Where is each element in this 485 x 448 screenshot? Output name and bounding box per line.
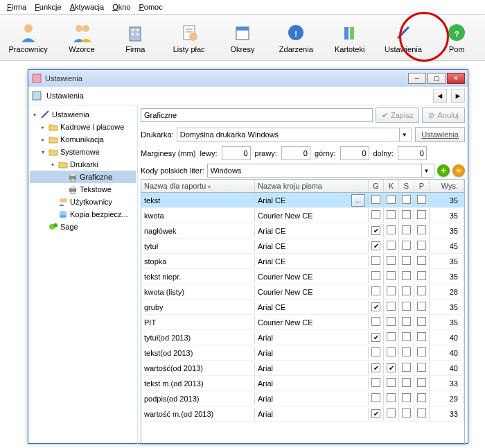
- col-name[interactable]: Nazwa dla raportu: [141, 180, 255, 192]
- tree-node-6[interactable]: Tekstowe: [30, 183, 136, 196]
- col-k[interactable]: K: [384, 180, 399, 192]
- margin-top-input[interactable]: [340, 146, 369, 160]
- checkbox[interactable]: [387, 286, 396, 295]
- font-picker-button[interactable]: ...: [351, 194, 365, 207]
- checkbox[interactable]: [387, 225, 396, 234]
- toolbar-listy-plac[interactable]: Listy płac: [162, 17, 215, 58]
- menu-funkcje[interactable]: Funkcje: [30, 1, 66, 12]
- add-row-button[interactable]: +: [437, 164, 450, 177]
- remove-row-button[interactable]: −: [452, 164, 465, 177]
- checkbox[interactable]: [417, 378, 426, 387]
- checkbox[interactable]: [417, 210, 426, 219]
- table-row[interactable]: tekst m.(od 2013)Arial33: [141, 376, 464, 391]
- checkbox[interactable]: [417, 302, 426, 311]
- checkbox[interactable]: [417, 241, 426, 250]
- checkbox[interactable]: [387, 393, 396, 402]
- checkbox[interactable]: [417, 347, 426, 356]
- tree-node-7[interactable]: Użytkownicy: [30, 196, 136, 208]
- toolbar-kartoteki[interactable]: Kartoteki: [323, 17, 376, 58]
- col-font[interactable]: Nazwa kroju pisma: [255, 180, 369, 192]
- checkbox[interactable]: [371, 256, 380, 265]
- checkbox[interactable]: [417, 271, 426, 280]
- tree-node-4[interactable]: ▾Drukarki: [30, 158, 136, 171]
- table-row[interactable]: PITCourier New CE35: [141, 315, 464, 330]
- breadcrumb-field[interactable]: [141, 108, 373, 122]
- printer-combo[interactable]: Domyślna drukarka Windows ▼: [177, 128, 413, 141]
- checkbox[interactable]: [387, 195, 396, 204]
- menu-aktywacja[interactable]: Aktywacja: [66, 1, 109, 12]
- menu-firma[interactable]: Firma: [3, 1, 30, 12]
- col-s[interactable]: S: [399, 180, 414, 192]
- table-row[interactable]: nagłówekArial CE35: [141, 223, 464, 239]
- checkbox[interactable]: [417, 408, 426, 417]
- toolbar-zdarzenia[interactable]: ! Zdarzenia: [270, 17, 323, 58]
- toolbar-pomoc[interactable]: ? Pom: [430, 17, 484, 58]
- toolbar-wzorce[interactable]: Wzorce: [55, 17, 108, 58]
- checkbox[interactable]: [417, 256, 426, 265]
- checkbox[interactable]: [387, 378, 396, 387]
- checkbox[interactable]: [387, 347, 396, 356]
- checkbox[interactable]: [402, 286, 411, 295]
- table-row[interactable]: stopkaArial CE35: [141, 254, 464, 269]
- save-button[interactable]: ✔Zapisz: [376, 107, 419, 123]
- checkbox[interactable]: [371, 286, 380, 295]
- checkbox[interactable]: [417, 332, 426, 341]
- tree-node-9[interactable]: Sage: [30, 221, 136, 233]
- checkbox[interactable]: [402, 393, 411, 402]
- table-row[interactable]: tytułArial CE45: [141, 239, 464, 254]
- checkbox[interactable]: [387, 271, 396, 280]
- checkbox[interactable]: [417, 393, 426, 402]
- checkbox[interactable]: [417, 195, 426, 204]
- checkbox[interactable]: [402, 271, 411, 280]
- table-row[interactable]: kwotaCourier New CE35: [141, 208, 464, 223]
- checkbox[interactable]: [371, 210, 380, 219]
- cancel-button[interactable]: ⊘Anuluj: [422, 107, 465, 123]
- margin-right-input[interactable]: [281, 146, 310, 160]
- checkbox[interactable]: [387, 332, 396, 341]
- toolbar-pracownicy[interactable]: Pracownicy: [1, 17, 55, 58]
- checkbox[interactable]: [402, 256, 411, 265]
- checkbox[interactable]: [371, 302, 380, 311]
- checkbox[interactable]: [402, 317, 411, 326]
- checkbox[interactable]: [402, 241, 411, 250]
- checkbox[interactable]: [371, 363, 380, 372]
- maximize-button[interactable]: ▢: [427, 73, 446, 84]
- toolbar-okresy[interactable]: Okresy: [215, 17, 269, 58]
- checkbox[interactable]: [402, 363, 411, 372]
- close-button[interactable]: ✕: [447, 73, 465, 84]
- checkbox[interactable]: [402, 302, 411, 311]
- col-g[interactable]: G: [369, 180, 384, 192]
- checkbox[interactable]: [417, 317, 426, 326]
- table-row[interactable]: podpis(od 2013)Arial29: [141, 391, 464, 406]
- tree-node-8[interactable]: Kopia bezpiecz...: [30, 208, 136, 221]
- table-row[interactable]: wartość m.(od 2013)Arial33: [141, 406, 464, 422]
- checkbox[interactable]: [371, 271, 380, 280]
- checkbox[interactable]: [387, 256, 396, 265]
- table-row[interactable]: tekstArial CE...35: [141, 193, 464, 208]
- tree-node-2[interactable]: ▸Komunikacja: [30, 133, 136, 146]
- checkbox[interactable]: [387, 241, 396, 250]
- col-p[interactable]: P: [414, 180, 430, 192]
- tree-node-3[interactable]: ▾Systemowe: [30, 146, 136, 158]
- checkbox[interactable]: [387, 302, 396, 311]
- checkbox[interactable]: [402, 210, 411, 219]
- margin-left-input[interactable]: [222, 146, 251, 160]
- table-row[interactable]: kwota (listy)Courier New CE28: [141, 284, 464, 300]
- checkbox[interactable]: [417, 363, 426, 372]
- checkbox[interactable]: [371, 317, 380, 326]
- checkbox[interactable]: [402, 347, 411, 356]
- toolbar-firma[interactable]: Firma: [109, 17, 162, 58]
- printer-settings-button[interactable]: Ustawienia: [415, 127, 465, 142]
- titlebar[interactable]: Ustawienia ─ ▢ ✕: [28, 70, 468, 87]
- toolbar-ustawienia[interactable]: Ustawienia: [376, 17, 430, 58]
- table-row[interactable]: tekst(od 2013)Arial40: [141, 345, 464, 361]
- tree-node-5[interactable]: Graficzne: [30, 171, 136, 183]
- checkbox[interactable]: [402, 225, 411, 234]
- tree-node-0[interactable]: ▾Ustawienia: [30, 108, 136, 121]
- checkbox[interactable]: [387, 317, 396, 326]
- nav-back-button[interactable]: ◄: [433, 89, 447, 103]
- checkbox[interactable]: [371, 241, 380, 250]
- table-row[interactable]: wartość(od 2013)Arial40: [141, 361, 464, 376]
- checkbox[interactable]: [371, 378, 380, 387]
- checkbox[interactable]: [402, 195, 411, 204]
